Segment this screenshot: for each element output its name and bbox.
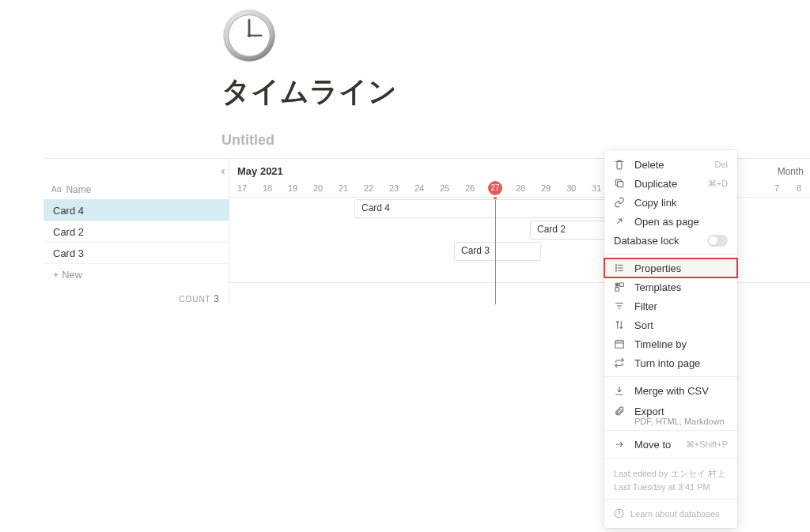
svg-rect-13 (620, 283, 624, 287)
day-header: 19 (280, 183, 305, 193)
day-header: 30 (558, 183, 584, 193)
duplicate-menu-item[interactable]: Duplicate ⌘+D (604, 174, 737, 193)
svg-point-4 (248, 34, 251, 37)
svg-point-10 (615, 270, 616, 271)
calendar-icon (614, 338, 626, 349)
turn-into-icon (614, 357, 626, 368)
database-title[interactable]: Untitled (221, 132, 810, 149)
templates-menu-item[interactable]: Templates (604, 277, 737, 296)
lock-toggle[interactable] (707, 235, 728, 247)
last-edited-by: Last edited by エンセイ 村上 (614, 467, 728, 481)
table-row[interactable]: Card 3 (44, 243, 229, 264)
count-value: 3 (214, 293, 219, 304)
export-menu-item[interactable]: Export (604, 400, 737, 419)
collapse-sidebar-button[interactable]: ‹‹ (44, 159, 229, 181)
day-header: 25 (432, 183, 457, 193)
day-header: 23 (381, 183, 407, 193)
name-column-header[interactable]: Name (66, 184, 91, 195)
day-header: 22 (356, 183, 381, 193)
table-row[interactable]: Card 4 (44, 200, 229, 221)
day-header: 24 (407, 183, 432, 193)
database-lock-menu-item[interactable]: Database lock (604, 231, 737, 250)
turn-into-page-menu-item[interactable]: Turn into page (604, 353, 737, 372)
svg-rect-14 (615, 288, 619, 292)
svg-rect-18 (615, 341, 624, 348)
database-context-menu: Delete Del Duplicate ⌘+D Copy link Open … (604, 150, 737, 528)
svg-point-6 (615, 265, 616, 266)
clock-icon (221, 8, 277, 63)
table-row[interactable]: Card 2 (44, 221, 229, 243)
delete-menu-item[interactable]: Delete Del (604, 155, 737, 174)
text-property-icon: Aα (51, 185, 61, 194)
sort-menu-item[interactable]: Sort (604, 315, 737, 334)
merge-csv-menu-item[interactable]: Merge with CSV (604, 381, 737, 400)
help-icon (614, 508, 624, 519)
day-header: 20 (305, 183, 331, 193)
page-title[interactable]: タイムライン (221, 73, 810, 111)
properties-menu-item[interactable]: Properties (604, 258, 737, 277)
day-header: 29 (533, 183, 558, 193)
timeline-card[interactable]: Card 2 (530, 221, 609, 240)
link-icon (614, 197, 626, 208)
copy-link-menu-item[interactable]: Copy link (604, 193, 737, 212)
paperclip-icon (614, 406, 626, 417)
templates-icon (614, 281, 626, 292)
filter-menu-item[interactable]: Filter (604, 296, 737, 315)
timeline-card[interactable]: Card 4 (354, 199, 608, 218)
day-header: 21 (331, 183, 356, 193)
day-header: 27 (483, 181, 508, 195)
timeline-card[interactable]: Card 3 (454, 242, 541, 261)
open-as-page-menu-item[interactable]: Open as page (604, 212, 737, 231)
timeline-by-menu-item[interactable]: Timeline by (604, 334, 737, 353)
last-edited-at: Last Tuesday at 3:41 PM (614, 481, 728, 494)
day-header: 17 (229, 183, 255, 193)
day-header: 28 (508, 183, 533, 193)
duplicate-icon (614, 178, 626, 189)
new-row-button[interactable]: New (44, 264, 229, 285)
move-to-menu-item[interactable]: Move to ⌘+Shift+P (604, 435, 737, 454)
svg-rect-5 (618, 182, 623, 187)
day-header: 26 (457, 183, 483, 193)
expand-icon (614, 216, 626, 227)
filter-icon (614, 300, 626, 311)
day-header: 18 (255, 183, 280, 193)
download-icon (614, 385, 626, 396)
sort-icon (614, 319, 626, 330)
count-label: COUNT (179, 295, 210, 304)
properties-icon (614, 262, 626, 274)
svg-point-8 (615, 267, 616, 268)
learn-about-databases-link[interactable]: Learn about databases (604, 504, 737, 523)
svg-rect-12 (615, 283, 619, 287)
move-to-icon (614, 439, 626, 450)
trash-icon (614, 159, 626, 170)
